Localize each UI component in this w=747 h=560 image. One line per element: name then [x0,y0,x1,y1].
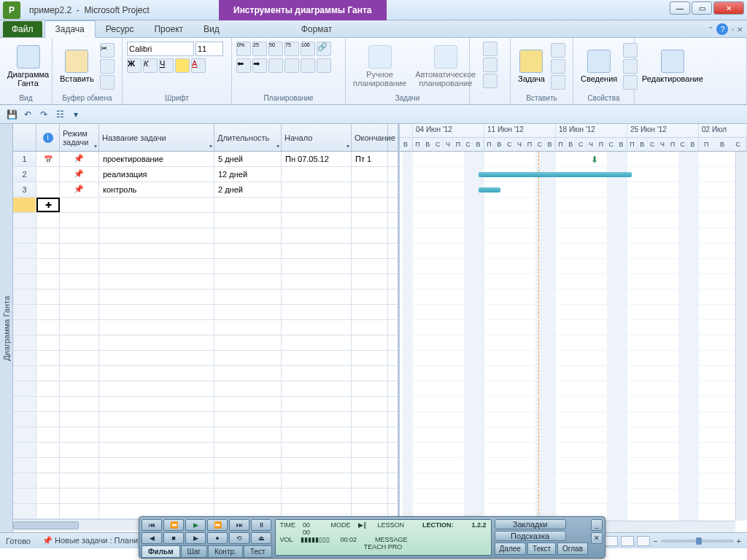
deliverable-button[interactable] [551,75,565,90]
bold-button[interactable]: Ж [127,58,142,73]
move-button[interactable] [483,58,498,72]
player-rec-button[interactable]: ● [207,532,228,544]
zoom-slider[interactable] [661,540,734,542]
player-tab-kontr[interactable]: Контр. [208,545,243,558]
format-painter-icon[interactable] [100,75,115,90]
view-team-icon[interactable] [621,536,634,546]
player-close-button[interactable]: ✕ [591,532,603,544]
summary-button[interactable] [551,43,565,58]
col-start[interactable]: Начало▾ [282,124,352,151]
gantt-vscroll[interactable] [735,152,747,521]
ribbon-minimize-icon[interactable]: ⌃ [708,26,713,34]
player-next-nav-button[interactable]: Далее [495,542,526,555]
copy-icon[interactable] [100,59,115,74]
outdent-button[interactable]: ⬅ [236,58,251,73]
font-size-select[interactable] [196,42,223,56]
col-duration[interactable]: Длительность▾ [214,124,282,151]
tab-project[interactable]: Проект [144,21,193,37]
undo-icon[interactable]: ↶ [22,109,34,120]
mode-button[interactable] [483,74,498,88]
qat-dropdown-icon[interactable]: ▾ [70,109,82,120]
player-hint-button[interactable]: Подсказка [495,531,566,541]
col-rownum[interactable] [13,124,36,151]
pct-0-button[interactable]: 0% [236,42,251,56]
player-toc-button[interactable]: Оглав [557,542,588,555]
information-button[interactable]: Сведения [578,48,620,85]
mdi-restore-icon[interactable]: ▫ [731,26,734,34]
pct-100-button[interactable]: 100 [301,42,315,56]
zoom-in-icon[interactable]: + [737,537,741,545]
maximize-button[interactable]: ▭ [692,1,712,15]
link-tasks-button[interactable]: 🔗 [317,42,331,56]
split-task-button[interactable] [268,58,283,73]
gantt-bar[interactable] [479,187,500,192]
player-pause-button[interactable]: ⏸ [251,519,271,531]
help-icon[interactable]: ? [716,23,728,35]
table-row[interactable]: 3 контроль 2 дней [13,182,398,198]
player-play-button[interactable]: ▶ [185,519,206,531]
qat-custom-icon[interactable]: ☷ [54,109,66,120]
col-mode[interactable]: Режим задачи▾ [60,124,99,151]
table-row[interactable]: 2 реализация 12 дней [13,167,398,182]
italic-button[interactable]: К [143,58,158,73]
find-button[interactable]: Редактирование [639,48,706,85]
auto-schedule-button[interactable]: Автоматическое планирование [412,44,479,89]
tab-resource[interactable]: Ресурс [96,21,144,37]
player-stop-button[interactable]: ■ [163,532,184,544]
player-rew-button[interactable]: ⏪ [163,519,184,531]
player-loop-button[interactable]: ⟲ [229,532,249,544]
minimize-button[interactable]: — [670,1,690,15]
redo-icon[interactable]: ↷ [38,109,50,120]
gantt-body[interactable]: ⬇ [400,152,747,532]
player-prev-button[interactable]: ◀ [142,532,162,544]
fill-color-button[interactable] [175,58,190,73]
col-finish[interactable]: Окончание [352,124,388,151]
col-name[interactable]: Название задачи▾ [99,124,214,151]
tab-format[interactable]: Формат [291,21,343,37]
tab-task[interactable]: Задача [44,20,96,38]
view-usage-icon[interactable] [605,536,618,546]
cut-icon[interactable]: ✂ [100,43,115,58]
col-indicators[interactable]: i [36,124,60,151]
player-tab-step[interactable]: Шаг [181,545,207,558]
gantt-bar[interactable] [479,172,632,177]
inactivate-button[interactable] [317,58,331,73]
pct-75-button[interactable]: 75 [285,42,299,56]
zoom-out-icon[interactable]: − [653,537,657,545]
player-next-button[interactable]: ▶ [185,532,206,544]
player-min-button[interactable]: _ [591,519,603,531]
view-bar[interactable]: Диаграмма Ганта [0,124,13,532]
player-tab-film[interactable]: Фильм [142,545,180,558]
underline-button[interactable]: Ч [159,58,174,73]
scroll-thumb[interactable] [13,521,79,529]
player-first-button[interactable]: ⏮ [142,519,162,531]
gantt-chart-button[interactable]: Диаграмма Ганта [4,44,52,89]
manual-schedule-button[interactable]: Ручное планирование [350,44,409,89]
player-last-button[interactable]: ⏭ [229,519,249,531]
mdi-close-icon[interactable]: ✕ [737,26,743,34]
unlink-button[interactable] [285,58,299,73]
font-color-button[interactable]: A [191,58,206,73]
player-fwd-button[interactable]: ⏩ [207,519,228,531]
pct-25-button[interactable]: 25 [252,42,267,56]
table-row[interactable]: 1 📅 проектирование 5 дней Пн 07.05.12 Пт… [13,152,398,167]
tab-view[interactable]: Вид [193,21,230,37]
player-text-button[interactable]: Текст [527,542,556,555]
pct-50-button[interactable]: 50 [268,42,283,56]
inspect-button[interactable] [483,42,498,56]
paste-button[interactable]: Вставить [57,48,97,85]
indent-button[interactable]: ➡ [252,58,267,73]
player-tab-test[interactable]: Тест [244,545,272,558]
view-resource-icon[interactable] [637,536,650,546]
insert-task-button[interactable]: Задача [515,48,548,85]
timeline-header[interactable]: В 04 Июн '12ПВСЧПСВ 11 Июн '12ПВСЧПСВ 18… [400,124,747,152]
player-bookmarks-button[interactable]: Закладки [495,519,566,529]
selected-cell[interactable]: ✚ [36,198,60,212]
save-icon[interactable]: 💾 [6,109,18,120]
respect-links-button[interactable] [301,58,315,73]
milestone-button[interactable] [551,59,565,74]
tab-file[interactable]: Файл [3,21,42,37]
font-family-select[interactable] [127,42,194,56]
close-button[interactable]: ✕ [713,1,744,15]
table-row-selected[interactable]: ✚ [13,198,398,213]
